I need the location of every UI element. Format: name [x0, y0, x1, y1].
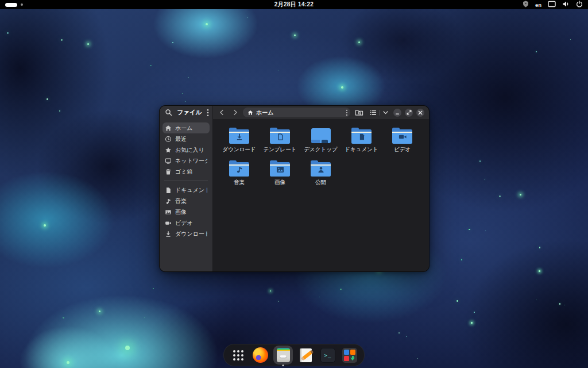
home-icon [165, 125, 172, 132]
terminal-launcher[interactable]: >_ [319, 346, 336, 365]
star-icon [165, 147, 172, 154]
minimize-button[interactable] [393, 109, 401, 117]
sidebar-item-documents[interactable]: ドキュメント [163, 185, 210, 195]
sidebar-item-downloads[interactable]: ダウンロード [163, 228, 210, 239]
sidebar-divider [164, 181, 208, 181]
folder-downloads[interactable]: ダウンロード [219, 128, 260, 160]
sidebar-item-recent[interactable]: 最近 [163, 133, 210, 144]
files-window: ファイル ホーム [159, 105, 430, 272]
folder-videos[interactable]: ビデオ [382, 128, 423, 160]
forward-button[interactable] [230, 109, 240, 116]
view-toggle-split-button [368, 109, 389, 116]
firefox-icon [253, 347, 268, 363]
clock-button[interactable]: 2月28日 14:22 [274, 0, 314, 9]
search-button[interactable] [165, 109, 172, 116]
text-editor-icon [299, 348, 314, 363]
search-folder-button[interactable] [353, 109, 365, 116]
back-button[interactable] [216, 109, 227, 116]
folder-music-icon [229, 160, 250, 177]
sidebar-item-videos[interactable]: ビデオ [163, 217, 210, 228]
folder-videos-icon [392, 128, 413, 144]
pictures-icon [165, 209, 172, 216]
path-label: ホーム [256, 109, 343, 117]
software-store-icon [342, 348, 357, 363]
path-menu-button[interactable] [346, 109, 348, 116]
file-grid[interactable]: ダウンロード テンプレート デスクトップ ド [213, 119, 429, 271]
running-indicator-dot [283, 365, 284, 366]
view-split-divider [380, 110, 380, 116]
workspace-indicator[interactable] [0, 0, 23, 9]
sidebar-item-network[interactable]: ネットワーク [163, 155, 210, 166]
folder-desktop[interactable]: デスクトップ [300, 128, 341, 160]
trash-icon [165, 168, 172, 175]
top-bar: 2月28日 14:22 en [0, 0, 588, 9]
view-options-dropdown[interactable] [382, 111, 389, 114]
dock: >_ [223, 344, 365, 366]
system-status-area[interactable]: en [517, 0, 588, 9]
keyboard-layout-indicator[interactable]: en [535, 2, 541, 8]
documents-icon [165, 187, 172, 194]
firefox-launcher[interactable] [252, 346, 269, 365]
path-bar[interactable]: ホーム [243, 108, 350, 117]
text-editor-launcher[interactable] [297, 346, 315, 365]
security-shield-icon [523, 0, 529, 10]
network-icon [165, 158, 172, 164]
software-store-launcher[interactable] [341, 346, 358, 365]
sidebar-item-home[interactable]: ホーム [163, 122, 210, 133]
music-icon [165, 198, 172, 205]
close-button[interactable] [416, 109, 424, 117]
folder-music[interactable]: 音楽 [219, 160, 260, 193]
folder-templates[interactable]: テンプレート [260, 128, 300, 160]
screen-share-icon [548, 0, 556, 10]
files-app-icon [277, 348, 290, 362]
downloads-icon [165, 231, 172, 237]
app-grid-button[interactable] [230, 346, 247, 365]
window-titlebar[interactable]: ファイル ホーム [160, 106, 429, 119]
workspace-pill-active[interactable] [5, 3, 17, 7]
sidebar-header: ファイル [160, 106, 213, 119]
places-sidebar: ホーム 最近 お気に入り ネットワーク ゴミ箱 ドキュメント [160, 119, 213, 271]
sidebar-item-music[interactable]: 音楽 [163, 195, 210, 206]
folder-public[interactable]: 公開 [300, 160, 341, 193]
folder-pictures[interactable]: 画像 [260, 160, 300, 193]
files-launcher[interactable] [273, 346, 293, 365]
folder-public-icon [310, 160, 331, 177]
app-title: ファイル [175, 109, 204, 117]
folder-download-icon [229, 128, 250, 144]
maximize-button[interactable] [405, 109, 413, 117]
folder-documents[interactable]: ドキュメント [341, 128, 382, 160]
home-icon [247, 108, 253, 118]
folder-documents-icon [351, 128, 372, 144]
power-icon [576, 0, 583, 10]
workspace-dot[interactable] [21, 3, 23, 6]
terminal-icon: >_ [320, 348, 335, 363]
folder-templates-icon [269, 128, 291, 144]
recent-clock-icon [165, 136, 172, 143]
main-headerbar: ホーム [213, 106, 429, 119]
window-controls [393, 109, 424, 117]
sidebar-menu-button[interactable] [207, 109, 209, 117]
sidebar-item-pictures[interactable]: 画像 [163, 206, 210, 217]
sidebar-item-starred[interactable]: お気に入り [163, 144, 210, 155]
videos-icon [165, 220, 172, 227]
list-view-button[interactable] [368, 109, 378, 116]
sidebar-item-trash[interactable]: ゴミ箱 [163, 166, 210, 177]
app-grid-icon [233, 350, 243, 361]
folder-pictures-icon [269, 160, 291, 177]
volume-icon [562, 0, 570, 10]
user-desktop-icon [311, 128, 331, 143]
